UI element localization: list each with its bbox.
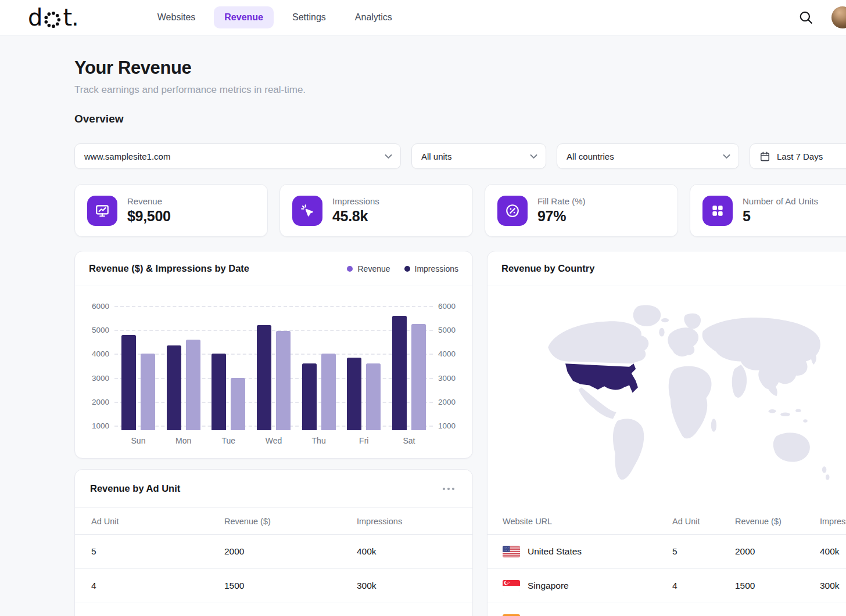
x-tick-sat: Sat [392,436,426,445]
x-tick-sun: Sun [121,436,155,445]
bar-group-sun [121,301,155,430]
stat-value: 45.8k [332,208,379,225]
website-select-value: www.samplesite1.com [84,152,379,161]
countries-select[interactable]: All countries [557,143,739,169]
legend-label-impressions: Impressions [415,264,458,273]
search-button[interactable] [795,6,817,28]
x-axis: SunMonTueWedThuFriSat [114,436,433,445]
nav-item-revenue[interactable]: Revenue [214,6,274,28]
table-row: 5 2000 400k [75,535,472,569]
revenue-by-ad-unit-card: Revenue by Ad Unit Ad Unit Revenue ($) I… [74,469,473,616]
y-tick-label: 6000 [92,302,109,311]
countries-select-value: All countries [567,152,717,161]
cell-ad-unit: 4 [672,581,735,591]
user-avatar[interactable] [831,6,846,28]
x-tick-thu: Thu [302,436,336,445]
cell-ad-unit: 4 [91,581,224,591]
legend-item[interactable]: Revenue [347,264,390,273]
column-header: Revenue ($) [224,517,357,526]
table-row: Singapore 4 1500 300k [487,569,846,603]
table-row: United States 5 2000 400k [487,535,846,569]
page-title: Your Revenue [74,57,191,78]
bar-group-wed [257,301,291,430]
card-menu-button[interactable] [440,485,457,493]
stat-card-fill-rate: Fill Rate (%) 97% [485,184,678,237]
bar-revenue-thu [321,354,336,430]
stat-label: Fill Rate (%) [537,196,586,206]
bar-revenue-mon [186,340,200,430]
y-tick-label: 3000 [438,373,456,382]
table-header-row: Ad Unit Revenue ($) Impressions [75,508,472,535]
column-header: Website URL [503,517,672,526]
stat-value: $9,500 [127,208,171,225]
stat-card-ad-units: Number of Ad Units 5 [690,184,846,237]
nav-item-websites[interactable]: Websites [147,6,206,28]
country-table: Website URL Ad Unit Revenue ($) Impressi… [487,508,846,616]
bar-impressions-tue [212,354,226,430]
nav-item-settings[interactable]: Settings [282,6,336,28]
stats-row: Revenue $9,500 Impressions 45.8k Fill Ra… [74,184,846,237]
table-row [487,603,846,616]
stat-card-revenue: Revenue $9,500 [74,184,268,237]
column-header: Impressions [357,517,456,526]
column-header: Impressions [820,517,846,526]
world-map [501,294,837,500]
legend-dot-revenue [347,266,353,272]
main-nav: Websites Revenue Settings Analytics [147,6,403,28]
x-tick-tue: Tue [212,436,245,445]
country-card-title: Revenue by Country [501,263,594,274]
revenue-impressions-chart-card: Revenue ($) & Impressions by Date Revenu… [74,251,473,459]
y-tick-label: 1000 [438,421,456,430]
top-navigation-bar: d t. Websites Revenue Settings Analytics [0,0,846,35]
overview-heading: Overview [74,113,124,125]
y-axis-right: 100020003000400050006000 [433,301,458,430]
stat-card-impressions: Impressions 45.8k [279,184,473,237]
ad-unit-table: Ad Unit Revenue ($) Impressions 5 2000 4… [75,508,472,603]
bar-revenue-tue [231,378,245,430]
bar-group-sat [392,301,426,430]
nav-item-analytics[interactable]: Analytics [345,6,403,28]
revenue-by-country-card: Revenue by Country [487,251,846,616]
date-range-select[interactable]: Last 7 Days [750,143,846,169]
bar-group-mon [167,301,200,430]
page-subtitle: Track earnings and performance metrics i… [74,84,306,96]
logo-letter-t: t. [63,4,78,31]
stat-value: 97% [537,208,586,225]
bar-impressions-thu [302,363,317,430]
bar-revenue-fri [366,363,381,430]
chevron-down-icon [530,154,537,159]
bar-impressions-fri [347,358,361,430]
cell-revenue: 2000 [735,546,820,557]
brand-logo[interactable]: d t. [28,4,78,31]
website-select[interactable]: www.samplesite1.com [74,143,401,169]
cell-country: United States [528,546,582,557]
chart-title: Revenue ($) & Impressions by Date [89,263,249,274]
y-tick-label: 2000 [438,397,456,406]
stat-value: 5 [743,208,818,225]
column-header: Ad Unit [91,517,224,526]
y-axis-left: 100020003000400050006000 [89,301,114,430]
y-tick-label: 3000 [92,373,109,382]
logo-letter-d: d [28,4,42,31]
calendar-icon [759,151,770,162]
stat-label: Number of Ad Units [743,196,818,206]
stat-label: Revenue [127,196,171,206]
us-flag-icon [503,546,520,557]
table-header-row: Website URL Ad Unit Revenue ($) Impressi… [487,508,846,535]
ad-units-select[interactable]: All units [411,143,546,169]
bar-revenue-sat [411,324,426,430]
y-tick-label: 6000 [438,302,456,311]
y-tick-label: 2000 [92,397,109,406]
column-header: Revenue ($) [735,517,820,526]
bar-groups [114,301,433,430]
table-row: 4 1500 300k [75,569,472,603]
cell-impressions: 400k [820,546,846,557]
x-tick-mon: Mon [167,436,200,445]
legend-label-revenue: Revenue [357,264,390,273]
cell-country: Singapore [528,581,569,591]
cell-ad-unit: 5 [91,546,224,557]
legend-item[interactable]: Impressions [404,264,458,273]
bar-group-fri [347,301,381,430]
bar-impressions-mon [167,345,181,430]
date-range-value: Last 7 Days [777,152,846,161]
